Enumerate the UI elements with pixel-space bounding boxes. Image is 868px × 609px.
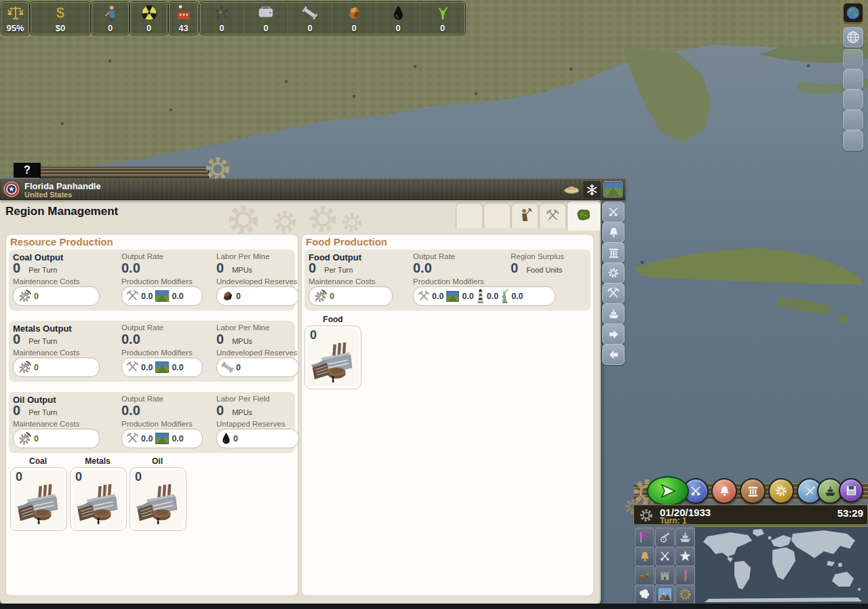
stat-uranium[interactable]: 0 bbox=[130, 2, 167, 35]
overlay-cities-button[interactable] bbox=[655, 566, 675, 585]
side-resources-button[interactable] bbox=[602, 283, 625, 304]
region-terrain-icon bbox=[575, 207, 593, 224]
terrain-icon bbox=[155, 361, 170, 373]
tab-2[interactable] bbox=[484, 203, 511, 228]
weather-button[interactable] bbox=[583, 181, 601, 198]
resource-production-column: Resource Production Coal Output 0Per Tur… bbox=[5, 234, 298, 596]
crossed-pickaxes-icon bbox=[418, 290, 430, 302]
side-trade-button[interactable] bbox=[602, 303, 625, 324]
oil-modifiers-field[interactable]: 0.0 0.0 bbox=[121, 429, 203, 448]
food-building-slot[interactable]: 0 bbox=[304, 326, 361, 389]
metals-building-label: Metals bbox=[70, 456, 125, 466]
overlay-battles-button[interactable] bbox=[655, 547, 675, 566]
turn-counter: Turn: 1 bbox=[660, 516, 687, 526]
stat-manpower[interactable]: 0 bbox=[92, 2, 129, 35]
steel-value: 0 bbox=[307, 24, 312, 33]
factory-icon bbox=[176, 5, 192, 21]
oil-rate-value: 0.0 bbox=[121, 404, 140, 417]
overlay-navy-button[interactable] bbox=[675, 528, 695, 547]
collapsed-toolbar[interactable] bbox=[39, 167, 209, 178]
coal-building-count: 0 bbox=[16, 470, 22, 484]
side-production-button[interactable] bbox=[602, 262, 625, 283]
overlay-unrest-button[interactable] bbox=[675, 566, 695, 585]
tab-resources[interactable] bbox=[539, 203, 566, 228]
coal-reserves-field[interactable]: 0 bbox=[216, 286, 299, 306]
minimap[interactable] bbox=[694, 526, 868, 605]
region-header: Florida Panhandle United States bbox=[0, 178, 625, 200]
stockpile-food[interactable]: 0 bbox=[420, 2, 465, 35]
fortress-icon bbox=[658, 569, 671, 582]
overlay-torch-button[interactable] bbox=[635, 547, 654, 566]
crossed-pickaxes-icon bbox=[607, 287, 620, 300]
overlay-victory-button[interactable] bbox=[675, 585, 695, 604]
tab-mining-worker[interactable] bbox=[511, 203, 538, 228]
overlay-weather-button[interactable] bbox=[635, 585, 654, 604]
metals-building-slot[interactable]: 0 bbox=[70, 467, 127, 531]
overlay-resources-button[interactable] bbox=[635, 566, 654, 585]
production-button[interactable] bbox=[768, 478, 794, 504]
food-block: Food Output 0Per Turn Maintenance Costs … bbox=[304, 250, 591, 311]
oil-reserves-field[interactable]: 0 bbox=[216, 429, 299, 448]
overlay-units-button[interactable] bbox=[675, 547, 695, 566]
resource-stockpile-group: 0 0 0 0 0 0 bbox=[200, 2, 465, 35]
save-button[interactable] bbox=[839, 478, 863, 503]
oil-mod-terrain-value: 0.0 bbox=[172, 434, 183, 444]
dollar-icon bbox=[52, 5, 68, 21]
side-military-button[interactable] bbox=[602, 201, 625, 222]
region-view-button[interactable] bbox=[604, 181, 623, 197]
side-prev-button[interactable] bbox=[602, 344, 625, 365]
diplomacy-button[interactable] bbox=[711, 478, 737, 504]
map-tool-button-5[interactable] bbox=[843, 130, 863, 151]
region-name: Florida Panhandle bbox=[24, 181, 101, 191]
coal-maintenance-field[interactable]: 0 bbox=[13, 286, 100, 306]
region-surplus-label: Region Surplus bbox=[511, 252, 564, 260]
overlay-artillery-button[interactable] bbox=[655, 528, 675, 547]
coal-chunk-icon bbox=[221, 290, 234, 302]
oil-reserves-value: 0 bbox=[233, 434, 238, 444]
terrain-type-button[interactable] bbox=[563, 181, 580, 195]
tab-region-active[interactable] bbox=[567, 200, 601, 231]
coal-building-slot[interactable]: 0 bbox=[10, 467, 67, 531]
side-next-button[interactable] bbox=[602, 323, 625, 345]
map-tool-button-4[interactable] bbox=[843, 110, 863, 130]
oil-drop-icon bbox=[392, 5, 405, 21]
help-button[interactable]: ? bbox=[14, 163, 41, 178]
coal-modifiers-field[interactable]: 0.0 0.0 bbox=[121, 286, 203, 306]
food-maintenance-field[interactable]: 0 bbox=[309, 286, 393, 306]
oil-value: 0 bbox=[395, 24, 400, 33]
side-government-button[interactable] bbox=[602, 242, 625, 263]
map-tool-button-2[interactable] bbox=[843, 69, 863, 90]
tab-1[interactable] bbox=[456, 203, 483, 228]
grid-view-button[interactable] bbox=[843, 27, 863, 47]
stockpile-steel[interactable]: 0 bbox=[288, 2, 332, 35]
oil-maintenance-field[interactable]: 0 bbox=[13, 429, 100, 448]
stat-approval[interactable]: 95% bbox=[1, 2, 29, 35]
food-value: 0 bbox=[440, 24, 445, 33]
stat-industry[interactable]: 43 bbox=[169, 2, 198, 35]
metals-reserves-field[interactable]: 0 bbox=[216, 357, 299, 377]
manpower-value: 0 bbox=[108, 24, 113, 33]
stockpile-ore[interactable]: 0 bbox=[332, 2, 376, 35]
stat-money[interactable]: $0 bbox=[31, 2, 90, 35]
metals-modifiers-field[interactable]: 0.0 0.0 bbox=[121, 357, 203, 377]
pillar-icon bbox=[747, 485, 760, 498]
factory-building-icon bbox=[135, 484, 180, 525]
end-turn-button[interactable] bbox=[647, 476, 689, 506]
coal-building-label: Coal bbox=[10, 456, 66, 466]
stockpile-goods[interactable]: 0 bbox=[244, 2, 288, 35]
globe-view-button[interactable] bbox=[843, 3, 863, 23]
side-politics-button[interactable] bbox=[602, 222, 625, 243]
ship-icon bbox=[608, 308, 620, 320]
metals-maintenance-field[interactable]: 0 bbox=[13, 357, 100, 377]
map-tool-button-1[interactable] bbox=[843, 49, 863, 69]
government-button[interactable] bbox=[740, 478, 766, 504]
modifiers-label: Production Modifiers bbox=[121, 277, 193, 286]
stockpile-oil[interactable]: 0 bbox=[376, 2, 420, 35]
stockpile-armaments[interactable]: 0 bbox=[200, 2, 244, 35]
metals-mod-terrain-value: 0.0 bbox=[172, 363, 183, 372]
overlay-terrain-button[interactable] bbox=[655, 585, 675, 604]
metals-mod-pick-value: 0.0 bbox=[141, 363, 153, 372]
map-tool-button-3[interactable] bbox=[843, 90, 863, 110]
oil-building-slot[interactable]: 0 bbox=[130, 467, 186, 531]
overlay-flags-button[interactable] bbox=[635, 528, 654, 547]
